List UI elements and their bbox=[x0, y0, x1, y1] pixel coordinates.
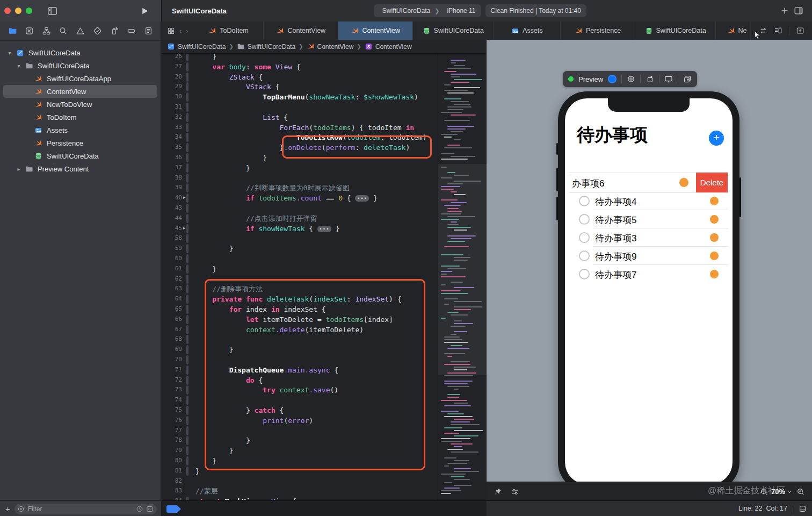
line-number[interactable]: 61 bbox=[162, 265, 182, 272]
back-icon[interactable]: ‹ bbox=[179, 27, 182, 35]
tab-swiftuicoredata-3[interactable]: SwiftUICoreData bbox=[413, 22, 494, 40]
code-line-27[interactable]: 27 var body: some View { bbox=[162, 62, 438, 72]
line-number[interactable]: 43 bbox=[162, 204, 182, 211]
code-line-29[interactable]: 29 VStack { bbox=[162, 82, 438, 92]
code-line-80[interactable]: 80 } bbox=[162, 456, 438, 466]
editor-mode-icon[interactable] bbox=[793, 505, 807, 513]
line-number[interactable]: 44 bbox=[162, 214, 182, 221]
code-line-36[interactable]: 36 } bbox=[162, 153, 438, 163]
line-number[interactable]: 81 bbox=[162, 467, 182, 474]
navigator-source-control-icon[interactable] bbox=[24, 25, 35, 37]
breadcrumb-item-3[interactable]: SContentView bbox=[365, 42, 412, 51]
fold-chevron-icon[interactable]: ▸ bbox=[183, 225, 186, 231]
code-line-65[interactable]: 65 for index in indexSet { bbox=[162, 304, 438, 314]
navigator-project-icon[interactable] bbox=[6, 25, 18, 37]
line-number[interactable]: 36 bbox=[162, 154, 182, 161]
folded-code-chip[interactable]: ••• bbox=[355, 195, 369, 202]
todo-list-item[interactable]: 待办事项4 bbox=[565, 192, 733, 210]
navigator-find-icon[interactable] bbox=[57, 25, 69, 37]
todo-checkbox[interactable] bbox=[579, 250, 590, 261]
code-line-60[interactable]: 60 bbox=[162, 254, 438, 264]
code-line-81[interactable]: 81} bbox=[162, 466, 438, 476]
code-line-32[interactable]: 32 List { bbox=[162, 112, 438, 123]
code-line-73[interactable]: 73 try context.save() bbox=[162, 385, 438, 395]
breakpoint-badge[interactable] bbox=[166, 505, 181, 513]
code-line-61[interactable]: 61 } bbox=[162, 264, 438, 274]
disclosure-chevron-icon[interactable]: ▾ bbox=[16, 63, 22, 69]
code-line-76[interactable]: 76 print(error) bbox=[162, 415, 438, 426]
line-number[interactable]: 30 bbox=[162, 93, 182, 100]
line-number[interactable]: 69 bbox=[162, 346, 182, 353]
sidebar-item-swiftuicoredataapp[interactable]: SwiftUICoreDataApp bbox=[3, 72, 157, 85]
toggle-sidebar-icon[interactable] bbox=[45, 4, 59, 18]
navigator-reports-icon[interactable] bbox=[142, 25, 154, 37]
line-number[interactable]: 34 bbox=[162, 133, 182, 140]
code-line-77[interactable]: 77 bbox=[162, 426, 438, 436]
line-number[interactable]: 70 bbox=[162, 356, 182, 363]
sidebar-item-swiftuicoredata[interactable]: SwiftUICoreData bbox=[3, 149, 157, 162]
add-file-icon[interactable]: + bbox=[5, 504, 10, 513]
line-number[interactable]: 60 bbox=[162, 255, 182, 262]
close-window-button[interactable] bbox=[4, 8, 11, 14]
code-line-84[interactable]: 84struct MaskView : View { bbox=[162, 496, 438, 500]
code-line-59[interactable]: 59 } bbox=[162, 243, 438, 254]
code-line-38[interactable]: 38 bbox=[162, 173, 438, 183]
code-line-71[interactable]: 71 DispatchQueue.main.async { bbox=[162, 365, 438, 375]
line-number[interactable]: 72 bbox=[162, 376, 182, 383]
swiped-todo-row[interactable]: 办事项6 Delete bbox=[565, 173, 733, 192]
device-settings-icon[interactable] bbox=[664, 75, 673, 83]
todo-checkbox[interactable] bbox=[579, 214, 590, 225]
line-number[interactable]: 71 bbox=[162, 366, 182, 373]
recent-files-clock-icon[interactable] bbox=[136, 505, 143, 513]
code-line-68[interactable]: 68 bbox=[162, 334, 438, 345]
sidebar-item-preview-content[interactable]: ▸Preview Content bbox=[3, 162, 157, 175]
code-line-79[interactable]: 79 } bbox=[162, 446, 438, 456]
code-line-37[interactable]: 37 } bbox=[162, 163, 438, 173]
code-line-43[interactable]: 43 bbox=[162, 203, 438, 213]
line-number[interactable]: 29 bbox=[162, 83, 182, 90]
line-number[interactable]: 27 bbox=[162, 63, 182, 70]
duplicate-preview-icon[interactable] bbox=[683, 75, 692, 83]
line-number[interactable]: 35 bbox=[162, 144, 182, 150]
zoom-chevron-icon[interactable] bbox=[785, 485, 794, 499]
line-number[interactable]: 59 bbox=[162, 245, 182, 252]
code-line-40[interactable]: 40▸ if todoItems.count == 0 { ••• } bbox=[162, 193, 438, 203]
code-line-26[interactable]: 26 } bbox=[162, 54, 438, 62]
zoom-in-icon[interactable] bbox=[794, 485, 808, 499]
todo-list-item[interactable]: 待办事项9 bbox=[565, 247, 733, 265]
code-line-64[interactable]: 64 private func deleteTask(indexSet: Ind… bbox=[162, 294, 438, 304]
selectable-mode-icon[interactable] bbox=[627, 75, 635, 83]
line-number[interactable]: 28 bbox=[162, 73, 182, 80]
line-number[interactable]: 83 bbox=[162, 487, 182, 494]
zoom-level[interactable]: 70% bbox=[771, 488, 785, 496]
disclosure-chevron-icon[interactable]: ▾ bbox=[6, 50, 13, 56]
code-line-82[interactable]: 82 bbox=[162, 476, 438, 486]
code-line-67[interactable]: 67 context.delete(itemToDelete) bbox=[162, 325, 438, 335]
line-number[interactable]: 73 bbox=[162, 386, 182, 393]
todo-list-item[interactable]: 待办事项5 bbox=[565, 210, 733, 228]
code-line-72[interactable]: 72 do { bbox=[162, 375, 438, 385]
line-number[interactable]: 77 bbox=[162, 427, 182, 434]
sidebar-item-contentview[interactable]: ContentView bbox=[3, 85, 157, 98]
code-line-66[interactable]: 66 let itemToDelete = todoItems[index] bbox=[162, 314, 438, 325]
line-number[interactable]: 65 bbox=[162, 305, 182, 312]
sidebar-item-todoitem[interactable]: ToDoItem bbox=[3, 111, 157, 124]
code-editor[interactable]: 26 }27 var body: some View {28 ZStack {2… bbox=[162, 54, 438, 500]
code-line-69[interactable]: 69 } bbox=[162, 345, 438, 355]
code-line-62[interactable]: 62 bbox=[162, 274, 438, 284]
navigator-symbols-icon[interactable] bbox=[40, 25, 52, 37]
fullscreen-window-button[interactable] bbox=[26, 8, 32, 14]
line-number[interactable]: 84 bbox=[162, 497, 182, 500]
related-items-icon[interactable] bbox=[167, 27, 175, 35]
line-number[interactable]: 74 bbox=[162, 396, 182, 403]
line-number[interactable]: 37 bbox=[162, 164, 182, 171]
add-task-button[interactable]: + bbox=[709, 131, 724, 146]
sidebar-item-assets[interactable]: Assets bbox=[3, 124, 157, 137]
code-line-83[interactable]: 83//蒙层 bbox=[162, 486, 438, 496]
line-number[interactable]: 78 bbox=[162, 436, 182, 443]
line-number[interactable]: 63 bbox=[162, 285, 182, 292]
line-number[interactable]: 67 bbox=[162, 326, 182, 333]
editor-minimap[interactable] bbox=[438, 54, 487, 500]
swap-editor-icon[interactable] bbox=[759, 26, 767, 35]
delete-button[interactable]: Delete bbox=[696, 173, 728, 192]
